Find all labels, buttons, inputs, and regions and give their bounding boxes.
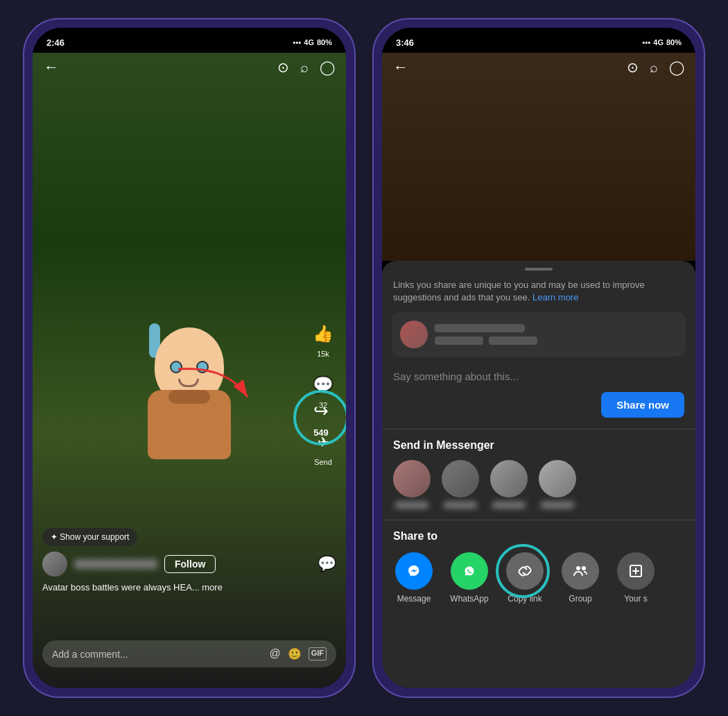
contact-avatar-2 [442, 460, 479, 497]
share-message-item[interactable]: Message [393, 552, 435, 604]
video-content: 👍 15k 💬 32 ✈ Send ↪ 549 [33, 53, 346, 688]
status-icons-right: ▪▪▪ 4G 80% [643, 38, 682, 46]
preview-tag2-blurred [489, 336, 537, 345]
camera-icon-left[interactable]: ⊙ [277, 59, 289, 76]
yours-icon-circle [617, 552, 655, 590]
contact-avatar-3 [490, 460, 528, 497]
share-yours-item[interactable]: Your s [615, 552, 657, 604]
gif-icon[interactable]: GIF [309, 647, 327, 660]
share-whatsapp-item[interactable]: WhatsApp [449, 552, 490, 604]
comment-placeholder: Add a comment... [52, 649, 263, 660]
contact-avatar-4 [539, 460, 576, 497]
share-to-title: Share to [382, 530, 695, 552]
username-blurred [74, 559, 157, 569]
red-arrow-right [382, 545, 389, 629]
contact-item-2[interactable] [442, 460, 479, 509]
copylink-icon-circle [506, 552, 544, 590]
right-phone-screen: 3:46 ▪▪▪ 4G 80% ← ⊙ ⌕ ◯ Links you share … [382, 28, 695, 688]
status-icons-left: ▪▪▪ 4G 80% [293, 38, 332, 46]
whatsapp-icon-svg [460, 561, 479, 581]
nav-bar-left: ← ⊙ ⌕ ◯ [33, 53, 346, 82]
contact-item-3[interactable] [490, 460, 528, 509]
support-badge-text: ✦ Show your support [51, 532, 129, 542]
contact-item-4[interactable] [539, 460, 576, 509]
dynamic-island-right [501, 33, 577, 51]
red-arrow-left [171, 362, 254, 404]
aang-character [120, 314, 259, 494]
send-label: Send [314, 458, 332, 466]
preview-avatar [400, 321, 428, 348]
at-icon[interactable]: @ [269, 647, 280, 660]
bottom-info: ✦ Show your support Follow 💬 Avatar boss… [33, 528, 346, 598]
search-icon-right[interactable]: ⌕ [650, 60, 658, 76]
share-group-item[interactable]: Group [560, 552, 601, 604]
user-avatar [42, 552, 67, 577]
group-icon-svg [571, 562, 589, 580]
battery-icon-left: 80% [317, 38, 332, 46]
preview-username-blurred [435, 324, 525, 332]
contact-name-1 [395, 502, 428, 509]
svg-point-3 [576, 566, 580, 570]
messenger-icon-svg [404, 561, 424, 581]
left-phone-screen: 2:46 ▪▪▪ 4G 80% ← ⊙ ⌕ ◯ [33, 28, 346, 688]
signal-icon-left: ▪▪▪ [293, 38, 302, 46]
camera-icon-right[interactable]: ⊙ [627, 59, 639, 76]
emoji-icon[interactable]: 🙂 [288, 647, 302, 660]
support-badge[interactable]: ✦ Show your support [42, 528, 137, 546]
share-to-icons: Message WhatsApp [382, 552, 695, 617]
group-icon-circle [562, 552, 599, 590]
share-button[interactable]: ↪ 549 [308, 398, 334, 438]
svg-point-4 [582, 566, 586, 570]
like-count: 15k [317, 350, 329, 358]
contact-name-3 [492, 502, 526, 509]
messenger-icon-circle [395, 552, 433, 590]
whatsapp-icon-circle [451, 552, 488, 590]
preview-tag1-blurred [435, 336, 483, 345]
yours-icon-svg [627, 562, 645, 580]
nav-icons-right: ⊙ ⌕ ◯ [627, 59, 684, 76]
time-right: 3:46 [396, 37, 414, 48]
contact-name-2 [444, 502, 477, 509]
profile-icon-right[interactable]: ◯ [669, 59, 684, 76]
user-row: Follow 💬 [42, 552, 336, 577]
4g-icon-right: 4G [653, 38, 664, 46]
left-phone: 2:46 ▪▪▪ 4G 80% ← ⊙ ⌕ ◯ [23, 18, 356, 698]
share-count: 549 [313, 427, 329, 438]
share-post-preview [392, 312, 686, 357]
share-info-content: Links you share are unique to you and ma… [393, 280, 645, 302]
sheet-handle [525, 268, 553, 271]
comment-icons: @ 🙂 GIF [269, 647, 327, 660]
profile-icon-left[interactable]: ◯ [320, 59, 335, 76]
follow-button[interactable]: Follow [164, 555, 216, 573]
search-icon-left[interactable]: ⌕ [300, 60, 309, 76]
right-phone: 3:46 ▪▪▪ 4G 80% ← ⊙ ⌕ ◯ Links you share … [372, 18, 705, 698]
copy-link-icon-svg [516, 562, 534, 580]
battery-icon-right: 80% [666, 38, 682, 46]
group-label: Group [569, 594, 591, 604]
share-video-thumbnail [382, 53, 695, 261]
messenger-send[interactable]: 💬 [318, 555, 336, 573]
like-icon: 👍 [310, 321, 336, 347]
back-icon-right[interactable]: ← [393, 58, 408, 76]
nav-bar-right: ← ⊙ ⌕ ◯ [382, 53, 695, 82]
contact-item-1[interactable] [393, 460, 431, 509]
4g-icon-left: 4G [304, 38, 314, 46]
share-now-button[interactable]: Share now [601, 392, 684, 418]
say-something-text[interactable]: Say something about this... [382, 365, 695, 392]
message-label: Message [397, 594, 431, 604]
contact-name-4 [541, 502, 574, 509]
messenger-contacts [382, 460, 695, 520]
like-button[interactable]: 👍 15k [310, 321, 336, 358]
contact-avatar-1 [393, 460, 431, 497]
share-copylink-item[interactable]: Copy link [504, 552, 546, 604]
svg-point-1 [406, 563, 422, 579]
back-icon-left[interactable]: ← [44, 58, 59, 76]
share-now-row: Share now [382, 392, 695, 429]
share-teal-circle: ↪ 549 [293, 390, 346, 445]
divider-2 [382, 520, 695, 520]
yours-label: Your s [624, 594, 648, 604]
copylink-label: Copy link [508, 594, 541, 604]
messenger-icon: 💬 [318, 555, 336, 573]
learn-more-link[interactable]: Learn more [532, 292, 578, 302]
comment-bar[interactable]: Add a comment... @ 🙂 GIF [42, 640, 336, 667]
